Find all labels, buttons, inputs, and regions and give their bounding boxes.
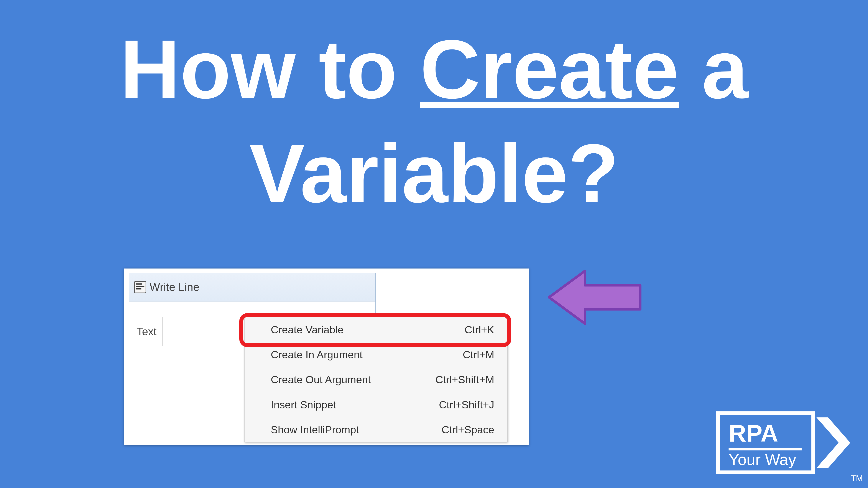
menu-item-shortcut: Ctrl+Shift+M bbox=[435, 373, 494, 386]
trademark-symbol: TM bbox=[851, 474, 863, 483]
title-underlined-word: Create bbox=[420, 23, 679, 116]
menu-item-label: Create Variable bbox=[271, 324, 343, 336]
title-line-1: How to Create a bbox=[43, 17, 825, 121]
svg-rect-3 bbox=[136, 288, 142, 290]
menu-item-insert-snippet[interactable]: Insert Snippet Ctrl+Shift+J bbox=[245, 392, 507, 417]
logo-line1: RPA bbox=[729, 420, 778, 447]
menu-item-create-out-argument[interactable]: Create Out Argument Ctrl+Shift+M bbox=[245, 367, 507, 392]
pointer-arrow bbox=[542, 268, 647, 326]
uipath-screenshot-panel: Write Line Text Create Variable Ctr bbox=[124, 268, 529, 445]
menu-item-shortcut: Ctrl+K bbox=[465, 324, 494, 336]
menu-item-create-in-argument[interactable]: Create In Argument Ctrl+M bbox=[245, 342, 507, 367]
menu-item-label: Show IntelliPrompt bbox=[271, 424, 359, 436]
title-prefix: How to bbox=[120, 23, 420, 116]
slide-stage: How to Create a Variable? Write Line bbox=[0, 0, 868, 488]
menu-item-label: Insert Snippet bbox=[271, 399, 336, 411]
menu-item-create-variable[interactable]: Create Variable Ctrl+K bbox=[245, 317, 507, 342]
slide-title: How to Create a Variable? bbox=[43, 17, 825, 225]
logo-chevron-icon bbox=[816, 417, 850, 468]
menu-item-shortcut: Ctrl+Space bbox=[442, 424, 494, 436]
svg-rect-1 bbox=[136, 283, 142, 285]
svg-rect-0 bbox=[134, 282, 146, 293]
intelliprompt-context-menu: Create Variable Ctrl+K Create In Argumen… bbox=[244, 317, 508, 442]
logo-line2: Your Way bbox=[729, 451, 796, 468]
activity-header[interactable]: Write Line bbox=[129, 273, 375, 301]
menu-item-shortcut: Ctrl+M bbox=[463, 349, 494, 361]
menu-item-label: Create In Argument bbox=[271, 349, 363, 361]
title-line-2: Variable? bbox=[43, 121, 825, 225]
rpa-your-way-logo: RPA Your Way bbox=[715, 411, 854, 475]
activity-title: Write Line bbox=[150, 281, 199, 293]
write-line-icon bbox=[134, 281, 146, 293]
svg-rect-2 bbox=[136, 286, 145, 287]
menu-item-show-intelliprompt[interactable]: Show IntelliPrompt Ctrl+Space bbox=[245, 417, 507, 442]
text-field-label: Text bbox=[136, 325, 156, 338]
menu-item-shortcut: Ctrl+Shift+J bbox=[439, 399, 494, 411]
menu-item-label: Create Out Argument bbox=[271, 373, 371, 386]
title-suffix: a bbox=[679, 23, 748, 116]
arrow-left-icon bbox=[542, 268, 647, 326]
